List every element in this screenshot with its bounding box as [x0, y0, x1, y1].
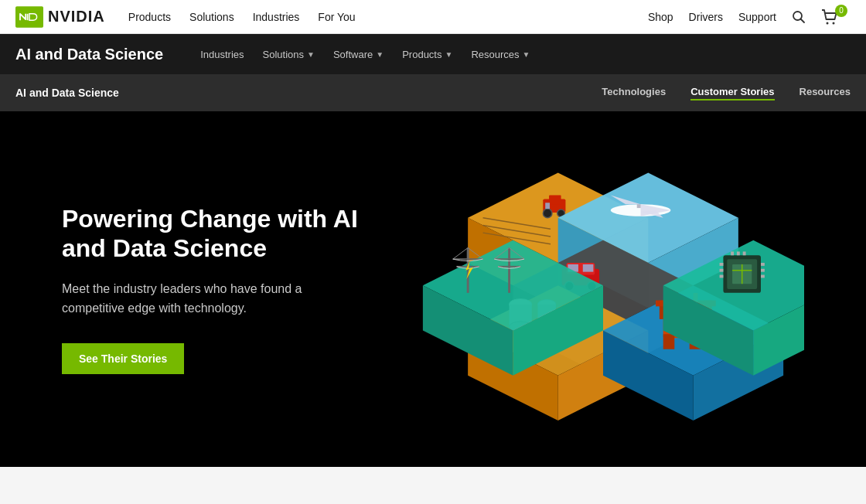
- search-button[interactable]: [792, 10, 806, 24]
- svg-point-10: [543, 209, 552, 218]
- svg-rect-62: [761, 263, 765, 266]
- breadcrumb: AI and Data Science: [15, 87, 119, 99]
- svg-rect-63: [761, 269, 765, 272]
- svg-point-3: [827, 22, 829, 24]
- nav-foryou[interactable]: For You: [318, 11, 355, 23]
- nav-solutions[interactable]: Solutions: [189, 11, 234, 23]
- hero-body: Meet the industry leaders who have found…: [62, 279, 325, 318]
- hero-cta-button[interactable]: See Their Stories: [62, 343, 184, 374]
- nav-products[interactable]: Products: [128, 11, 171, 23]
- search-icon: [792, 10, 806, 24]
- solutions-dropdown-arrow: ▼: [307, 50, 315, 59]
- hero-heading: Powering Change with AI and Data Science: [62, 204, 387, 264]
- svg-rect-67: [743, 251, 746, 255]
- svg-rect-59: [720, 263, 724, 266]
- svg-point-4: [833, 22, 835, 24]
- top-navigation: NVIDIA Products Solutions Industries For…: [0, 0, 866, 34]
- sec-nav-products[interactable]: Products ▼: [396, 49, 459, 60]
- resources-dropdown-arrow: ▼: [523, 50, 530, 59]
- svg-line-76: [453, 248, 468, 260]
- main-nav-links: Products Solutions Industries For You: [128, 11, 648, 23]
- sublink-customer-stories[interactable]: Customer Stories: [690, 86, 774, 100]
- hero-illustration: [387, 158, 820, 421]
- sublink-technologies[interactable]: Technologies: [602, 86, 666, 100]
- svg-rect-23: [637, 204, 641, 208]
- svg-rect-65: [731, 251, 734, 255]
- sec-nav-solutions[interactable]: Solutions ▼: [257, 49, 321, 60]
- nvidia-wordmark: NVIDIA: [48, 8, 105, 26]
- cart-button[interactable]: 0: [821, 9, 851, 26]
- secondary-nav-items: Industries Solutions ▼ Software ▼ Produc…: [194, 49, 536, 60]
- secondary-navigation: AI and Data Science Industries Solutions…: [0, 34, 866, 74]
- svg-rect-64: [761, 275, 765, 278]
- sub-bar: AI and Data Science Technologies Custome…: [0, 74, 866, 111]
- software-dropdown-arrow: ▼: [376, 50, 384, 59]
- svg-rect-30: [583, 264, 594, 272]
- sub-bar-links: Technologies Customer Stories Resources: [602, 86, 851, 100]
- sec-nav-software[interactable]: Software ▼: [327, 49, 390, 60]
- nav-industries[interactable]: Industries: [253, 11, 300, 23]
- sublink-resources[interactable]: Resources: [800, 86, 851, 100]
- top-nav-right: Shop Drivers Support 0: [648, 9, 851, 26]
- sec-nav-resources[interactable]: Resources ▼: [465, 49, 536, 60]
- isometric-illustration: [402, 158, 804, 421]
- svg-rect-12: [545, 203, 550, 209]
- products-dropdown-arrow: ▼: [445, 50, 452, 59]
- cart-badge: 0: [835, 5, 847, 17]
- below-hero-section: [0, 467, 866, 504]
- svg-rect-9: [549, 196, 561, 205]
- svg-rect-60: [720, 269, 724, 272]
- svg-line-2: [801, 19, 805, 22]
- hero-text-block: Powering Change with AI and Data Science…: [62, 204, 387, 374]
- nvidia-logo-svg: [15, 6, 43, 28]
- svg-rect-66: [737, 251, 740, 255]
- hero-section: Powering Change with AI and Data Science…: [0, 111, 866, 467]
- section-title: AI and Data Science: [15, 46, 163, 63]
- svg-rect-61: [720, 275, 724, 278]
- nav-support[interactable]: Support: [738, 11, 776, 23]
- nav-drivers[interactable]: Drivers: [689, 11, 723, 23]
- nvidia-logo[interactable]: NVIDIA: [15, 6, 105, 28]
- svg-rect-51: [663, 334, 675, 349]
- sec-nav-industries[interactable]: Industries: [194, 49, 250, 60]
- nav-shop[interactable]: Shop: [648, 11, 673, 23]
